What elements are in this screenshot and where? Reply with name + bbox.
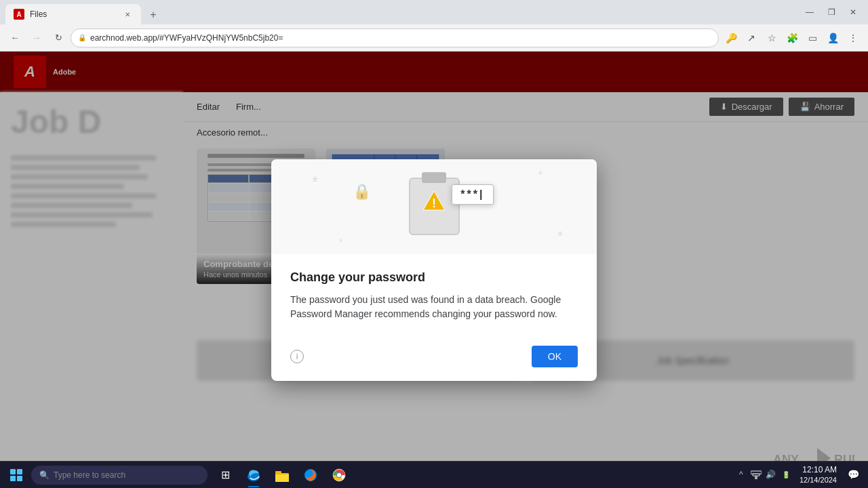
forward-button[interactable]: → (27, 28, 46, 47)
taskbar-apps: ⊞ (212, 462, 353, 489)
taskbar-search[interactable]: 🔍 Type here to search (31, 466, 208, 485)
tab-area: A Files ✕ + (5, 0, 797, 24)
password-manager-icon[interactable]: 🔑 (722, 28, 741, 47)
clock-date: 12/14/2024 (800, 475, 837, 485)
chrome-icon (331, 467, 347, 483)
page-content: A Adobe Job D (0, 52, 868, 488)
minimize-button[interactable]: — (800, 3, 819, 22)
sidebar-toggle[interactable]: ▭ (803, 28, 822, 47)
start-button[interactable] (3, 462, 30, 489)
network-icon[interactable] (749, 468, 763, 481)
nav-bar: ← → ↻ 🔒 earchnod.web.app/#YWFyaHVzQHNjYW… (0, 24, 868, 52)
firefox-button[interactable] (297, 462, 324, 489)
edge-icon (245, 467, 262, 483)
profile-icon[interactable]: 👤 (823, 28, 842, 47)
task-view-button[interactable]: ⊞ (212, 462, 239, 489)
active-tab[interactable]: A Files ✕ (5, 4, 141, 24)
password-change-dialog: * * * * 🔒 ! (271, 159, 597, 381)
info-icon[interactable]: i (290, 350, 304, 363)
address-text: earchnod.web.app/#YWFyaHVzQHNjYW5nbC5jb2… (90, 33, 711, 43)
clock-time: 12:10 AM (802, 465, 837, 476)
windows-icon (10, 469, 22, 481)
password-stars: ***| (452, 184, 493, 205)
dialog-footer: i OK (271, 338, 597, 381)
search-icon: 🔍 (39, 470, 50, 480)
volume-icon[interactable]: 🔊 (764, 468, 778, 481)
search-placeholder: Type here to search (54, 470, 125, 480)
restore-button[interactable]: ❒ (822, 3, 841, 22)
file-explorer-button[interactable] (269, 462, 296, 489)
tab-favicon: A (14, 9, 24, 20)
taskbar: 🔍 Type here to search ⊞ (0, 461, 868, 488)
taskbar-right: ^ 🔊 🔋 12:10 AM 12/14/2024 💬 (734, 465, 865, 485)
dialog-title: Change your password (290, 270, 578, 285)
svg-text:!: ! (432, 197, 436, 210)
battery-icon: 🔋 (779, 468, 793, 481)
clipboard-clip (422, 172, 446, 183)
system-icons: ^ 🔊 🔋 (734, 468, 793, 481)
decor-asterisk-2: * (538, 169, 542, 182)
file-explorer-icon (274, 467, 290, 483)
chrome-button[interactable] (326, 462, 353, 489)
dialog-body: Change your password The password you ju… (271, 254, 597, 338)
decor-asterisk-4: * (339, 237, 342, 247)
nav-icons: 🔑 ↗ ☆ 🧩 ▭ 👤 ⋮ (722, 28, 863, 47)
refresh-button[interactable]: ↻ (49, 28, 68, 47)
ok-button[interactable]: OK (532, 346, 578, 367)
decor-asterisk-3: * (557, 228, 563, 244)
security-icon: 🔒 (78, 34, 86, 41)
extensions-icon[interactable]: 🧩 (783, 28, 802, 47)
svg-point-13 (337, 473, 341, 477)
tab-title: Files (30, 9, 117, 19)
address-bar[interactable]: 🔒 earchnod.web.app/#YWFyaHVzQHNjYW5nbC5j… (71, 28, 719, 47)
dialog-overlay: * * * * 🔒 ! (0, 52, 868, 488)
title-bar: A Files ✕ + — ❒ ✕ (0, 0, 868, 24)
bookmark-icon[interactable]: ☆ (762, 28, 781, 47)
new-tab-button[interactable]: + (144, 5, 163, 24)
notification-button[interactable]: 💬 (844, 465, 863, 484)
clock[interactable]: 12:10 AM 12/14/2024 (795, 465, 841, 485)
window-controls: — ❒ ✕ (800, 3, 863, 22)
warning-icon: ! (422, 190, 446, 211)
svg-rect-9 (275, 474, 289, 482)
menu-icon[interactable]: ⋮ (844, 28, 863, 47)
lock-icon: 🔒 (353, 183, 371, 201)
browser-frame: A Files ✕ + — ❒ ✕ ← → ↻ 🔒 earchnod.web.a… (0, 0, 868, 488)
tab-close-button[interactable]: ✕ (122, 9, 133, 20)
share-icon[interactable]: ↗ (742, 28, 761, 47)
svg-rect-16 (751, 471, 762, 474)
task-view-icon: ⊞ (217, 467, 233, 483)
edge-button[interactable] (240, 462, 267, 489)
dialog-message: The password you just used was found in … (290, 293, 578, 321)
decor-asterisk-1: * (312, 173, 318, 192)
password-visual: ! ***| (409, 178, 460, 235)
firefox-icon (302, 467, 319, 483)
close-button[interactable]: ✕ (844, 3, 863, 22)
dialog-icon-area: * * * * 🔒 ! (271, 159, 597, 254)
back-button[interactable]: ← (5, 28, 24, 47)
overflow-icon[interactable]: ^ (734, 468, 748, 481)
